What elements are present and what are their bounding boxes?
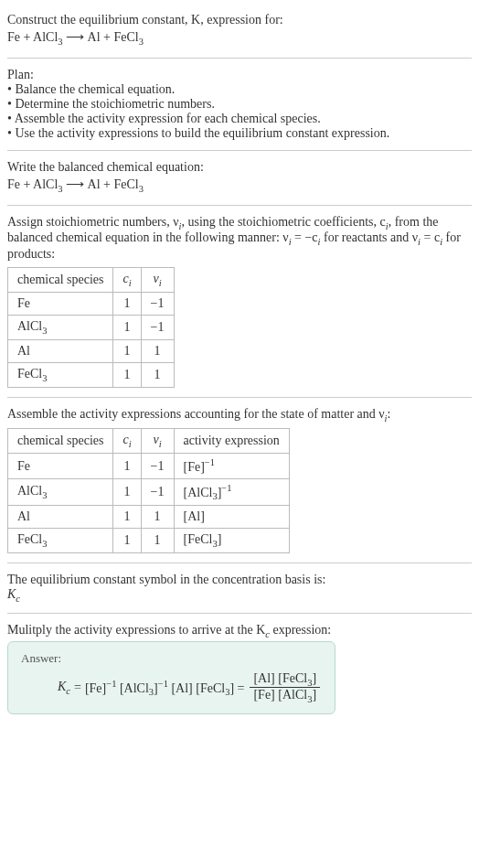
cell-v: −1 — [141, 454, 174, 479]
sub3: 3 — [58, 37, 62, 47]
balanced-equation: Fe + AlCl3 ⟶ Al + FeCl3 — [7, 175, 472, 196]
cell-species: Al — [8, 506, 113, 529]
cell-species: FeCl3 — [8, 362, 113, 387]
cell-c: 1 — [113, 292, 141, 315]
plan-list: Balance the chemical equation. Determine… — [7, 82, 472, 141]
intro-section: Construct the equilibrium constant, K, e… — [7, 7, 472, 54]
kc-symbol: Kc — [58, 680, 70, 696]
multiply-section: Mulitply the activity expressions to arr… — [7, 617, 472, 720]
expr-terms: [Fe]−1 [AlCl3]−1 [Al] [FeCl3] = — [85, 679, 245, 697]
plan-item: Assemble the activity expression for eac… — [7, 112, 472, 126]
col-expr: activity expression — [174, 429, 289, 454]
cell-c: 1 — [113, 454, 141, 479]
eq-lhs: Fe + AlCl — [7, 177, 58, 191]
cell-expr: [Al] — [174, 506, 289, 529]
col-species: chemical species — [8, 429, 113, 454]
cell-c: 1 — [113, 506, 141, 529]
col-v: νi — [141, 429, 174, 454]
text: Mulitply the activity expressions to arr… — [7, 623, 265, 637]
cell-c: 1 — [113, 315, 141, 339]
plan-section: Plan: Balance the chemical equation. Det… — [7, 62, 472, 146]
stoich-table: chemical species ci νi Fe1−1 AlCl31−1 Al… — [7, 267, 175, 387]
sub3b: 3 — [139, 184, 144, 194]
divider — [7, 58, 472, 59]
table-header-row: chemical species ci νi — [8, 268, 175, 293]
cell-species: AlCl3 — [8, 315, 113, 339]
multiply-line: Mulitply the activity expressions to arr… — [7, 623, 472, 639]
kc-expression: Kc = [Fe]−1 [AlCl3]−1 [Al] [FeCl3] = [Al… — [58, 671, 322, 705]
eq-lhs: Fe + AlCl — [7, 30, 58, 44]
table-row: Fe1−1 — [8, 292, 175, 315]
reaction-arrow: ⟶ — [66, 30, 88, 44]
header-label: ci — [122, 272, 131, 285]
divider — [7, 397, 472, 398]
table-row: Al11[Al] — [8, 506, 290, 529]
cell-species: Al — [8, 339, 113, 362]
cell-species: AlCl3 — [8, 478, 113, 505]
cell-v: 1 — [141, 339, 174, 362]
answer-label: Answer: — [21, 651, 322, 666]
table-row: FeCl311 — [8, 362, 175, 387]
text: = c — [420, 230, 440, 244]
cell-c: 1 — [113, 362, 141, 387]
text: Assemble the activity expressions accoun… — [7, 407, 385, 421]
intro-equation: Fe + AlCl3 ⟶ Al + FeCl3 — [7, 27, 472, 48]
cell-expr: [Fe]−1 — [174, 454, 289, 479]
cell-species: FeCl3 — [8, 529, 113, 553]
fraction: [Al] [FeCl3] [Fe] [AlCl3] — [250, 671, 320, 705]
cell-species: Fe — [8, 292, 113, 315]
k-sub: c — [66, 686, 70, 696]
table-row: FeCl311[FeCl3] — [8, 529, 290, 553]
cell-c: 1 — [113, 529, 141, 553]
text: , using the stoichiometric coefficients,… — [181, 215, 385, 229]
header-label: νi — [153, 433, 161, 446]
activity-section: Assemble the activity expressions accoun… — [7, 402, 472, 560]
divider — [7, 613, 472, 614]
basis-line: The equilibrium constant symbol in the c… — [7, 573, 472, 587]
plan-item: Balance the chemical equation. — [7, 82, 472, 97]
header-label: ci — [122, 433, 131, 446]
eq-rhs: Al + FeCl — [88, 30, 139, 44]
cell-c: 1 — [113, 339, 141, 362]
k-symbol: K — [7, 587, 16, 601]
sub3b: 3 — [139, 37, 144, 47]
header-label: νi — [153, 272, 161, 285]
balanced-section: Write the balanced chemical equation: Fe… — [7, 155, 472, 201]
cell-v: −1 — [141, 315, 174, 339]
text: Assign stoichiometric numbers, ν — [7, 215, 179, 229]
basis-section: The equilibrium constant symbol in the c… — [7, 567, 472, 609]
cell-species: Fe — [8, 454, 113, 479]
activity-table: chemical species ci νi activity expressi… — [7, 428, 290, 553]
text: : — [388, 407, 391, 421]
col-c: ci — [113, 429, 141, 454]
sub3: 3 — [58, 184, 62, 194]
text: for reactants and ν — [320, 230, 418, 244]
text: = −c — [292, 230, 318, 244]
table-header-row: chemical species ci νi activity expressi… — [8, 429, 290, 454]
intro-line1: Construct the equilibrium constant, K, e… — [7, 13, 472, 27]
col-species: chemical species — [8, 268, 113, 293]
k-sub: c — [16, 594, 20, 604]
header-label: activity expression — [184, 434, 280, 447]
cell-v: 1 — [141, 506, 174, 529]
cell-v: −1 — [141, 478, 174, 505]
stoich-section: Assign stoichiometric numbers, νi, using… — [7, 209, 472, 393]
header-label: chemical species — [17, 273, 103, 286]
plan-item: Determine the stoichiometric numbers. — [7, 97, 472, 112]
cell-v: 1 — [141, 529, 174, 553]
basis-symbol: Kc — [7, 587, 472, 604]
cell-c: 1 — [113, 478, 141, 505]
col-v: νi — [141, 268, 174, 293]
plan-item: Use the activity expressions to build th… — [7, 126, 472, 141]
balanced-heading: Write the balanced chemical equation: — [7, 160, 472, 175]
text: expression: — [270, 623, 331, 637]
answer-box: Answer: Kc = [Fe]−1 [AlCl3]−1 [Al] [FeCl… — [7, 641, 335, 715]
plan-heading: Plan: — [7, 68, 472, 82]
divider — [7, 563, 472, 563]
cell-expr: [AlCl3]−1 — [174, 478, 289, 505]
divider — [7, 150, 472, 151]
table-row: Al11 — [8, 339, 175, 362]
stoich-text: Assign stoichiometric numbers, νi, using… — [7, 215, 472, 263]
k: K — [58, 680, 66, 693]
numerator: [Al] [FeCl3] — [250, 671, 320, 689]
